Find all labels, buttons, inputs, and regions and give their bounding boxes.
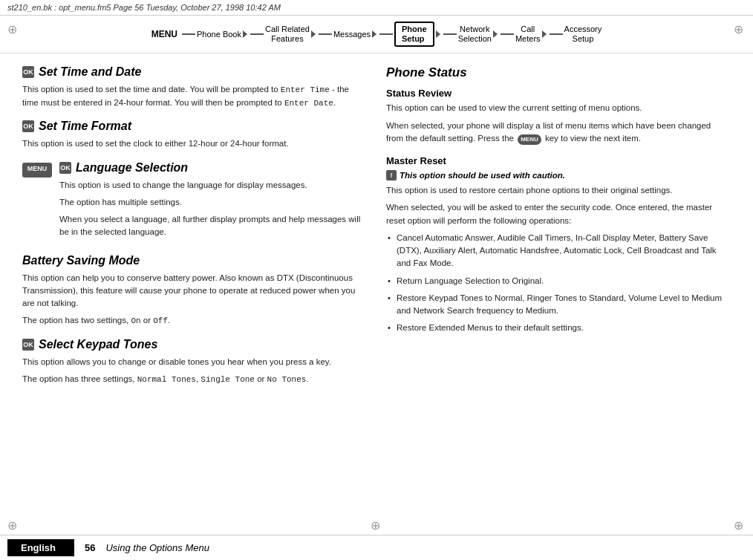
heading-battery-saving: Battery Saving Mode xyxy=(22,254,364,267)
corner-mark-bl: ⊕ xyxy=(7,518,19,530)
top-bar-text: st210_en.bk : opt_menu.fm5 Page 56 Tuesd… xyxy=(7,3,281,12)
nav-connector-5 xyxy=(443,33,457,35)
nav-connector-2 xyxy=(250,33,264,35)
bullet-item-2: Return Language Selection to Original. xyxy=(386,275,728,287)
nav-connector-4 xyxy=(379,33,393,35)
nav-arrow-6 xyxy=(542,30,547,38)
nav-item-accessory-setup[interactable]: Accessory Setup xyxy=(564,25,602,44)
footer: English 56 Using the Options Menu xyxy=(0,535,753,560)
text-language-1: This option is used to change the langua… xyxy=(59,179,364,192)
section-status-review: Status Review This option can be used to… xyxy=(386,88,728,145)
section-language-selection: MENU OK Language Selection This option i… xyxy=(22,161,364,244)
nav-arrow-1 xyxy=(243,30,247,38)
heading-language-selection: OK Language Selection xyxy=(59,161,364,175)
nav-item-call-meters[interactable]: Call Meters xyxy=(515,25,541,44)
text-battery-1: This option can help you to conserve bat… xyxy=(22,272,364,310)
corner-mark-tl: ⊕ xyxy=(7,22,19,34)
ok-badge-language: OK xyxy=(59,162,71,174)
bullet-item-3: Restore Keypad Tones to Normal, Ringer T… xyxy=(386,292,728,318)
heading-phone-status: Phone Status xyxy=(386,65,728,80)
main-content: OK Set Time and Date This option is used… xyxy=(0,53,753,408)
section-set-time-date: OK Set Time and Date This option is used… xyxy=(22,65,364,109)
nav-item-phone-setup[interactable]: Phone Setup xyxy=(394,22,434,47)
text-status-2: When selected, your phone will display a… xyxy=(386,120,728,146)
footer-page-number: 56 xyxy=(85,542,95,553)
reset-bullet-list: Cancel Automatic Answer, Audible Call Ti… xyxy=(386,232,728,335)
text-language-2: The option has multiple settings. xyxy=(59,196,364,209)
warning-icon: ! xyxy=(386,170,397,180)
text-set-time-format: This option is used to set the clock to … xyxy=(22,137,364,150)
nav-bar: MENU Phone Book Call Related Features Me… xyxy=(0,16,753,53)
section-set-time-format: OK Set Time Format This option is used t… xyxy=(22,120,364,150)
nav-connector-6 xyxy=(501,33,514,35)
nav-arrow-2 xyxy=(311,30,316,38)
section-master-reset: Master Reset ! This option should be use… xyxy=(386,155,728,335)
text-reset-2: When selected, you will be asked to ente… xyxy=(386,201,728,227)
ok-badge-keypad: OK xyxy=(22,339,34,351)
nav-item-messages[interactable]: Messages xyxy=(333,30,371,39)
nav-item-call-related-features[interactable]: Call Related Features xyxy=(265,25,310,44)
mono-no-tones: No Tones xyxy=(267,375,307,384)
warning-text: This option should be used with caution. xyxy=(400,169,565,181)
heading-master-reset: Master Reset xyxy=(386,155,728,166)
heading-set-time-format: OK Set Time Format xyxy=(22,120,364,133)
footer-language: English xyxy=(7,539,74,556)
heading-set-time-date: OK Set Time and Date xyxy=(22,65,364,79)
text-reset-1: This option is used to restore certain p… xyxy=(386,184,728,197)
bullet-item-1: Cancel Automatic Answer, Audible Call Ti… xyxy=(386,232,728,270)
mono-enter-date: Enter Date xyxy=(284,99,333,108)
menu-icon: MENU xyxy=(22,163,52,178)
nav-connector-3 xyxy=(319,33,332,35)
lang-content: OK Language Selection This option is use… xyxy=(59,161,364,244)
nav-arrow-3 xyxy=(372,30,376,38)
nav-menu: MENU xyxy=(151,29,180,39)
corner-mark-br: ⊕ xyxy=(734,518,746,530)
menu-inline-icon: MENU xyxy=(518,134,541,145)
left-column: OK Set Time and Date This option is used… xyxy=(22,65,364,396)
nav-item-phone-book[interactable]: Phone Book xyxy=(197,30,241,39)
section-keypad-tones: OK Select Keypad Tones This option allow… xyxy=(22,338,364,386)
corner-mark-bm: ⊕ xyxy=(371,518,382,530)
section-battery-saving: Battery Saving Mode This option can help… xyxy=(22,254,364,328)
mono-on: On xyxy=(131,316,140,325)
lang-icon-group: MENU xyxy=(22,161,52,244)
mono-single-tone: Single Tone xyxy=(201,375,255,384)
top-bar: st210_en.bk : opt_menu.fm5 Page 56 Tuesd… xyxy=(0,0,753,16)
ok-badge-time-format: OK xyxy=(22,120,34,132)
warning-block: ! This option should be used with cautio… xyxy=(386,169,728,181)
nav-arrow-4 xyxy=(436,30,440,38)
menu-label: MENU xyxy=(151,29,177,39)
corner-mark-tr: ⊕ xyxy=(734,22,746,34)
nav-connector-7 xyxy=(550,33,563,35)
mono-enter-time: Enter Time xyxy=(281,85,330,94)
right-column: Phone Status Status Review This option c… xyxy=(386,65,728,396)
text-set-time-date: This option is used to set the time and … xyxy=(22,83,364,109)
mono-off: Off xyxy=(153,316,168,325)
nav-connector-1 xyxy=(182,33,195,35)
ok-badge-time-date: OK xyxy=(22,66,34,78)
text-status-1: This option can be used to view the curr… xyxy=(386,102,728,114)
mono-normal-tones: Normal Tones xyxy=(137,375,196,384)
bullet-item-4: Restore Extended Menus to their default … xyxy=(386,322,728,334)
text-keypad-2: The option has three settings, Normal To… xyxy=(22,373,364,386)
text-battery-2: The option has two settings, On or Off. xyxy=(22,314,364,328)
nav-arrow-5 xyxy=(493,30,498,38)
footer-page-title: Using the Options Menu xyxy=(105,542,209,553)
text-language-3: When you select a language, all further … xyxy=(59,213,364,239)
text-keypad-1: This option allows you to change or disa… xyxy=(22,356,364,368)
nav-item-network-selection[interactable]: Network Selection xyxy=(458,25,492,44)
heading-keypad-tones: OK Select Keypad Tones xyxy=(22,338,364,351)
heading-status-review: Status Review xyxy=(386,88,728,99)
lang-section-wrapper: MENU OK Language Selection This option i… xyxy=(22,161,364,244)
